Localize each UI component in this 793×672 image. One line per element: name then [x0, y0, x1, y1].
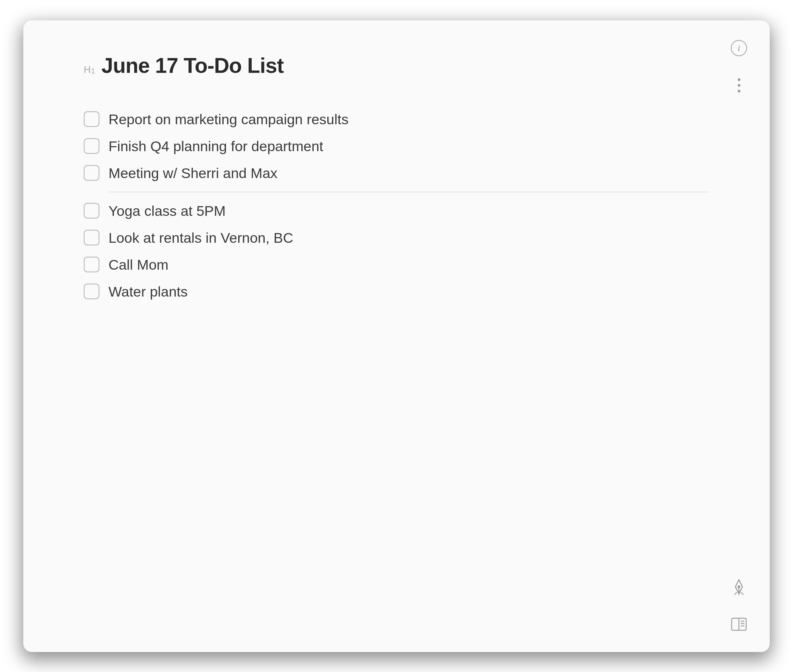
- task-label[interactable]: Report on marketing campaign results: [109, 111, 349, 128]
- note-title[interactable]: June 17 To-Do List: [101, 53, 283, 78]
- fountain-pen-icon: [731, 578, 747, 595]
- task-label[interactable]: Call Mom: [109, 256, 168, 273]
- task-checkbox[interactable]: [84, 138, 99, 154]
- notebook-button[interactable]: [729, 614, 748, 634]
- task-checkbox[interactable]: [84, 165, 99, 181]
- task-group-2: Yoga class at 5PM Look at rentals in Ver…: [84, 203, 709, 300]
- task-checkbox[interactable]: [84, 257, 99, 272]
- info-button[interactable]: i: [729, 38, 748, 58]
- task-label[interactable]: Water plants: [109, 283, 188, 300]
- divider: [109, 192, 709, 192]
- top-right-toolbar: i: [729, 38, 748, 95]
- task-label[interactable]: Yoga class at 5PM: [109, 203, 226, 219]
- more-vertical-icon: [738, 78, 740, 93]
- task-item: Look at rentals in Vernon, BC: [84, 229, 709, 246]
- task-label[interactable]: Finish Q4 planning for department: [109, 138, 323, 154]
- task-item: Meeting w/ Sherri and Max: [84, 165, 709, 181]
- task-label[interactable]: Meeting w/ Sherri and Max: [109, 165, 277, 181]
- note-window: i H1 June 1: [23, 20, 770, 652]
- task-checkbox[interactable]: [84, 230, 99, 245]
- task-label[interactable]: Look at rentals in Vernon, BC: [109, 229, 293, 246]
- title-row: H1 June 17 To-Do List: [84, 53, 709, 78]
- task-item: Report on marketing campaign results: [84, 111, 709, 128]
- task-checkbox[interactable]: [84, 203, 99, 219]
- more-options-button[interactable]: [729, 76, 748, 95]
- bottom-right-toolbar: [729, 577, 748, 634]
- task-item: Yoga class at 5PM: [84, 203, 709, 219]
- task-item: Water plants: [84, 283, 709, 300]
- task-group-1: Report on marketing campaign results Fin…: [84, 111, 709, 181]
- heading-level-badge: H1: [84, 64, 95, 75]
- pen-tool-button[interactable]: [729, 577, 748, 597]
- notebook-icon: [731, 617, 747, 632]
- info-icon: i: [731, 40, 747, 56]
- task-item: Finish Q4 planning for department: [84, 138, 709, 154]
- task-checkbox[interactable]: [84, 283, 99, 299]
- task-item: Call Mom: [84, 256, 709, 273]
- task-checkbox[interactable]: [84, 111, 99, 127]
